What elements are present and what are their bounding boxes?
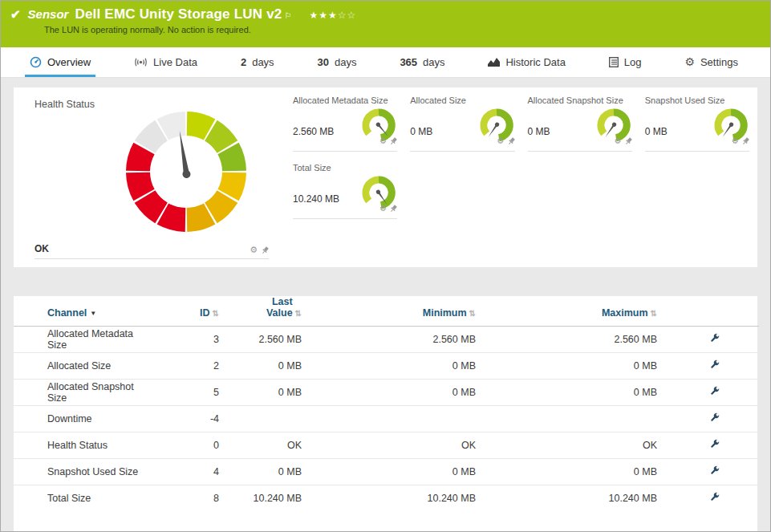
gauge-value: 2.560 MB xyxy=(293,126,334,137)
empty-cell xyxy=(645,161,749,219)
channel-settings-icon[interactable] xyxy=(708,438,720,453)
pin-icon[interactable] xyxy=(625,137,632,145)
col-maximum[interactable]: Maximum⇅ xyxy=(476,296,657,327)
tab-label: Historic Data xyxy=(505,56,565,68)
gear-icon: ⚙ xyxy=(684,56,695,67)
channel-settings-icon[interactable] xyxy=(708,491,720,506)
channel-id: 0 xyxy=(150,433,219,459)
pin-icon[interactable] xyxy=(390,137,397,145)
channel-maximum: 0 MB xyxy=(476,380,657,406)
gear-icon[interactable]: ⚙ xyxy=(732,136,739,145)
empty-cell xyxy=(528,161,632,219)
sort-icon: ⇅ xyxy=(295,309,302,318)
col-minimum[interactable]: Minimum⇅ xyxy=(302,296,476,327)
tab-2-days[interactable]: 2 days xyxy=(236,47,279,77)
empty-cell xyxy=(410,161,514,219)
live-data-icon xyxy=(134,57,148,67)
channel-maximum: 2.560 MB xyxy=(476,327,657,353)
sensor-page: ✔ Sensor Dell EMC Unity Storage LUN v2 ⚐… xyxy=(0,0,771,532)
sort-icon: ⇅ xyxy=(213,309,219,318)
tab-label: Live Data xyxy=(153,56,197,68)
tab-30-days[interactable]: 30 days xyxy=(313,47,362,77)
gauge-card: Allocated Size 0 MB ⚙ xyxy=(410,94,514,152)
tab-label-number: 365 xyxy=(400,56,417,68)
gauge-value: 0 MB xyxy=(410,126,432,137)
gear-icon[interactable]: ⚙ xyxy=(497,136,505,145)
channel-name: Health Status xyxy=(14,433,150,459)
tab-label: Settings xyxy=(700,56,738,68)
overview-icon xyxy=(30,56,42,68)
tab-bar: Overview Live Data 2 days 30 days 365 da… xyxy=(1,47,770,78)
channel-last-value: 0 MB xyxy=(219,459,302,485)
pin-icon[interactable] xyxy=(390,205,397,213)
flag-icon[interactable]: ⚐ xyxy=(284,11,291,20)
pin-icon[interactable] xyxy=(742,137,749,145)
sort-desc-icon: ▼ xyxy=(90,310,96,317)
gear-icon[interactable]: ⚙ xyxy=(615,136,622,145)
mini-gauges-section: Allocated Metadata Size 2.560 MB ⚙ xyxy=(278,87,757,267)
channels-table: Channel▼ ID⇅ Last Value⇅ Minimum⇅ Maximu… xyxy=(14,296,759,512)
tab-label: Log xyxy=(624,56,642,68)
gauge-card-title: Allocated Metadata Size xyxy=(293,94,397,105)
pin-icon[interactable] xyxy=(262,246,269,254)
tab-label: days xyxy=(252,56,274,68)
tab-settings[interactable]: ⚙ Settings xyxy=(680,47,743,77)
gauge-card-title: Allocated Snapshot Size xyxy=(528,94,632,105)
tab-historic-data[interactable]: Historic Data xyxy=(483,47,570,77)
channel-last-value: OK xyxy=(219,433,302,459)
sensor-status-banner: ✔ Sensor Dell EMC Unity Storage LUN v2 ⚐… xyxy=(1,1,770,47)
table-header-row: Channel▼ ID⇅ Last Value⇅ Minimum⇅ Maximu… xyxy=(14,296,759,327)
channel-name: Allocated Snapshot Size xyxy=(14,380,150,406)
table-row[interactable]: Snapshot Used Size 4 0 MB 0 MB 0 MB xyxy=(14,459,759,485)
channels-panel: Channel▼ ID⇅ Last Value⇅ Minimum⇅ Maximu… xyxy=(14,296,757,532)
gear-icon[interactable]: ⚙ xyxy=(379,136,387,145)
health-status-value: OK xyxy=(34,243,49,254)
table-row[interactable]: Health Status 0 OK OK OK xyxy=(14,433,759,459)
stars-filled[interactable]: ★★★ xyxy=(309,10,337,21)
stars-empty[interactable]: ☆☆ xyxy=(338,10,357,21)
channel-last-value: 0 MB xyxy=(219,353,302,380)
gauge-card: Total Size 10.240 MB ⚙ xyxy=(293,161,397,219)
table-row[interactable]: Allocated Size 2 0 MB 0 MB 0 MB xyxy=(14,353,759,380)
gauge-value: 10.240 MB xyxy=(293,193,339,205)
channel-settings-icon[interactable] xyxy=(708,385,720,400)
gauge-card-title: Snapshot Used Size xyxy=(645,94,749,105)
table-row[interactable]: Allocated Metadata Size 3 2.560 MB 2.560… xyxy=(14,327,759,353)
channel-settings-icon[interactable] xyxy=(708,412,720,426)
gauge-card-title: Allocated Size xyxy=(410,94,514,105)
table-row[interactable]: Downtime -4 xyxy=(14,406,759,433)
channel-settings-icon[interactable] xyxy=(708,359,720,373)
tab-live-data[interactable]: Live Data xyxy=(129,47,202,77)
channel-id: 5 xyxy=(150,380,219,406)
gauge-needle xyxy=(176,130,191,179)
channel-name: Total Size xyxy=(14,485,150,512)
tab-365-days[interactable]: 365 days xyxy=(395,47,449,77)
panel-title: Health Status xyxy=(34,99,95,110)
tab-log[interactable]: Log xyxy=(604,47,647,77)
star-rating[interactable]: ★★★☆☆ xyxy=(309,10,356,21)
channel-id: 3 xyxy=(150,327,219,353)
col-id[interactable]: ID⇅ xyxy=(150,296,219,327)
channel-name: Allocated Size xyxy=(14,353,150,380)
channel-maximum: OK xyxy=(476,433,657,459)
health-status-section: Health Status xyxy=(14,87,278,267)
channel-id: 8 xyxy=(150,485,219,512)
channel-settings-icon[interactable] xyxy=(708,465,720,479)
channel-id: 4 xyxy=(150,459,219,485)
gear-icon[interactable]: ⚙ xyxy=(250,246,258,254)
sort-icon: ⇅ xyxy=(469,309,476,318)
channel-name: Allocated Metadata Size xyxy=(14,327,150,353)
pin-icon[interactable] xyxy=(508,137,515,145)
col-last-value[interactable]: Last Value⇅ xyxy=(219,296,302,327)
col-channel[interactable]: Channel▼ xyxy=(14,296,150,327)
gear-icon[interactable]: ⚙ xyxy=(379,204,387,213)
tab-overview[interactable]: Overview xyxy=(25,47,95,77)
table-row[interactable]: Total Size 8 10.240 MB 10.240 MB 10.240 … xyxy=(14,485,759,512)
table-row[interactable]: Allocated Snapshot Size 5 0 MB 0 MB 0 MB xyxy=(14,380,759,406)
sort-icon: ⇅ xyxy=(651,309,657,318)
channel-settings-icon[interactable] xyxy=(708,332,720,347)
tab-label: days xyxy=(423,56,444,68)
channel-minimum: 2.560 MB xyxy=(302,327,476,353)
sensor-kind-label: Sensor xyxy=(28,7,69,21)
health-gauge xyxy=(118,104,254,240)
